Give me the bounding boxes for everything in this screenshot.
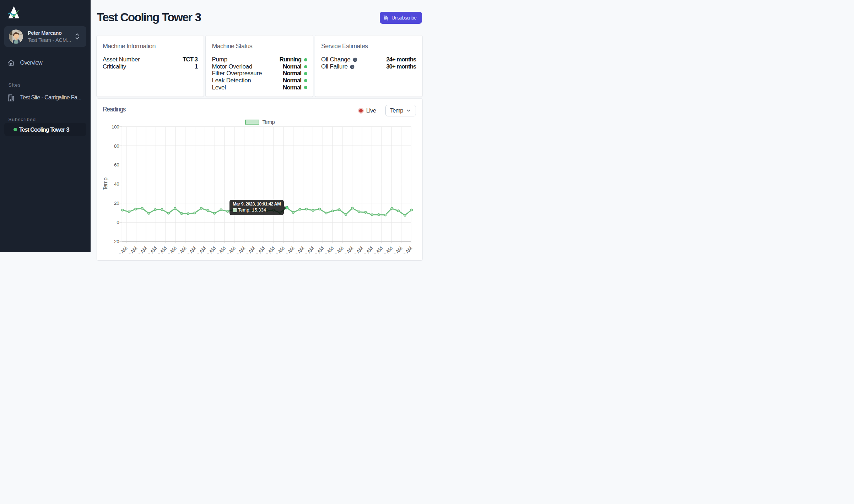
svg-text:-20: -20	[113, 239, 119, 244]
svg-text:100: 100	[112, 124, 119, 130]
svg-text:60: 60	[114, 163, 119, 168]
svg-text:40: 40	[114, 182, 119, 187]
svg-text:20: 20	[114, 201, 119, 206]
svg-text:Temp: Temp	[102, 177, 108, 191]
svg-text:10:01:42 AM: 10:01:42 AM	[107, 245, 128, 252]
svg-text:0: 0	[117, 220, 119, 225]
svg-text:80: 80	[114, 143, 119, 149]
